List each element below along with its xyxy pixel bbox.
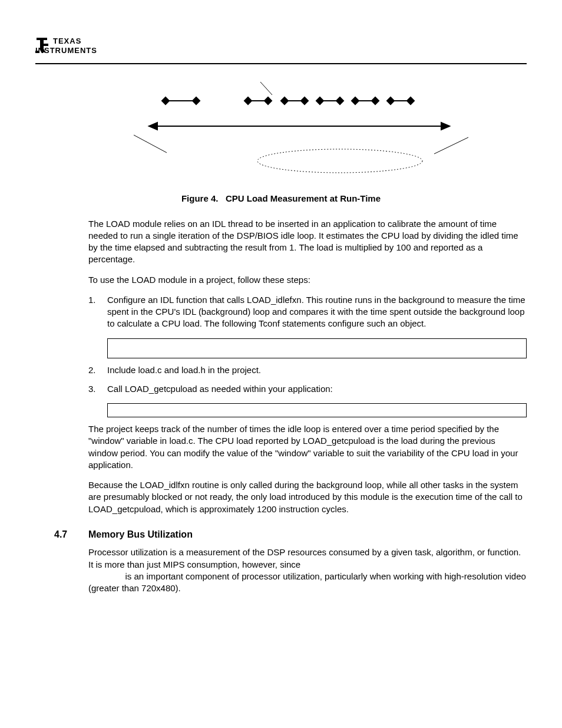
svg-marker-4	[244, 97, 252, 104]
code-box-2	[107, 403, 527, 417]
figure-4-caption: Figure 4. CPU Load Measurement at Run-Ti…	[35, 193, 527, 205]
section-title: Memory Bus Utilization	[88, 528, 193, 541]
svg-marker-22	[441, 123, 449, 130]
section-4-7-body: Processor utilization is a measurement o…	[88, 546, 527, 594]
body-text: The LOAD module relies on an IDL thread …	[88, 218, 527, 515]
svg-marker-11	[316, 97, 323, 104]
step-2-text: Include load.c and load.h in the project…	[107, 365, 261, 375]
svg-marker-16	[372, 97, 379, 104]
section-4-7-heading: 4.7 Memory Bus Utilization	[54, 528, 527, 541]
logo-line2: INSTRUMENTS	[35, 46, 97, 55]
step-1: Configure an IDL function that calls LOA…	[88, 294, 527, 330]
step-1-text: Configure an IDL function that calls LOA…	[107, 295, 525, 329]
figure-label: Figure 4.	[181, 193, 219, 203]
step-3-text: Call LOAD_getcpuload as needed within yo…	[107, 384, 333, 394]
header-rule	[35, 63, 527, 64]
svg-marker-3	[193, 97, 200, 104]
step-3: Call LOAD_getcpuload as needed within yo…	[88, 383, 527, 395]
section-number: 4.7	[54, 528, 88, 541]
step-2: Include load.c and load.h in the project…	[88, 364, 527, 376]
figure-title: CPU Load Measurement at Run-Time	[226, 193, 381, 203]
logo-line1: TEXAS	[53, 37, 81, 45]
svg-marker-8	[281, 97, 288, 104]
svg-marker-6	[265, 97, 272, 104]
svg-marker-14	[352, 97, 359, 104]
para-processor-util: Processor utilization is a measurement o…	[88, 546, 527, 594]
svg-marker-10	[301, 97, 308, 104]
svg-point-25	[257, 149, 422, 173]
code-box-1	[107, 338, 527, 358]
steps-list: Configure an IDL function that calls LOA…	[88, 294, 527, 330]
page-header: TEXAS INSTRUMENTS	[35, 35, 527, 60]
para-load-module: The LOAD module relies on an IDL thread …	[88, 218, 527, 266]
ti-logo: TEXAS INSTRUMENTS	[35, 35, 118, 57]
para-idlfxn: Because the LOAD_idlfxn routine is only …	[88, 479, 527, 515]
steps-list-cont: Include load.c and load.h in the project…	[88, 364, 527, 396]
svg-line-7	[260, 82, 272, 95]
svg-marker-19	[407, 97, 414, 104]
svg-marker-1	[162, 97, 169, 104]
page: TEXAS INSTRUMENTS	[0, 0, 562, 728]
svg-line-24	[434, 137, 468, 154]
svg-marker-13	[336, 97, 343, 104]
para-window: The project keeps track of the number of…	[88, 423, 527, 471]
figure-4	[124, 82, 474, 182]
ti-logo-svg: TEXAS INSTRUMENTS	[35, 35, 118, 57]
svg-marker-17	[387, 97, 394, 104]
para-processor-util-b: is an important component of processor u…	[88, 571, 526, 593]
para-processor-util-a: Processor utilization is a measurement o…	[88, 547, 521, 569]
svg-marker-21	[149, 123, 157, 130]
svg-line-23	[134, 135, 167, 153]
para-steps-intro: To use the LOAD module in a project, fol…	[88, 274, 527, 286]
figure-4-svg	[128, 82, 470, 182]
